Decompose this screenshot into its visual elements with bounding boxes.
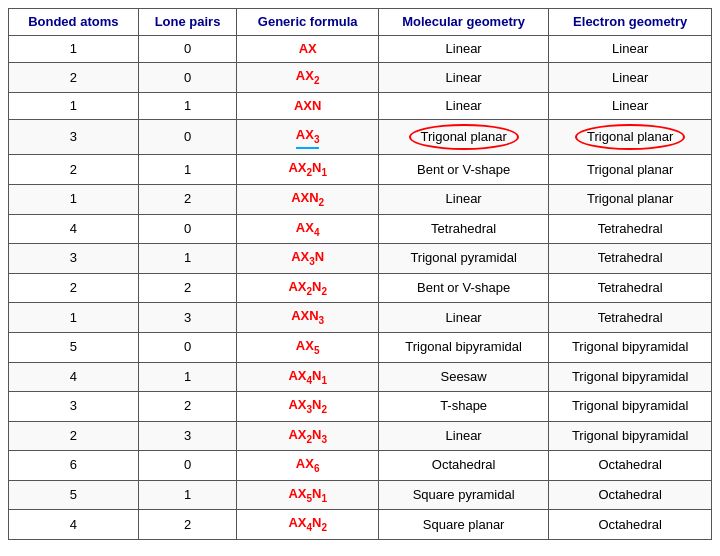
cell-formula: AX2N1 bbox=[237, 155, 378, 185]
table-row: 32AX3N2T-shapeTrigonal bipyramidal bbox=[9, 392, 712, 422]
cell-formula: AX2 bbox=[237, 63, 378, 93]
cell-bonded: 5 bbox=[9, 480, 139, 510]
cell-electron-geometry: Trigonal bipyramidal bbox=[549, 392, 712, 422]
table-row: 10AXLinearLinear bbox=[9, 36, 712, 63]
cell-molecular-geometry: Square pyramidal bbox=[378, 480, 548, 510]
cell-molecular-geometry: Octahedral bbox=[378, 451, 548, 481]
table-row: 22AX2N2Bent or V-shapeTetrahedral bbox=[9, 273, 712, 303]
cell-formula: AX5N1 bbox=[237, 480, 378, 510]
cell-formula: AX4N1 bbox=[237, 362, 378, 392]
cell-molecular-geometry: Linear bbox=[378, 184, 548, 214]
cell-formula: AX6 bbox=[237, 451, 378, 481]
cell-bonded: 4 bbox=[9, 510, 139, 540]
cell-molecular-geometry: Linear bbox=[378, 36, 548, 63]
cell-electron-geometry: Linear bbox=[549, 36, 712, 63]
table-row: 23AX2N3LinearTrigonal bipyramidal bbox=[9, 421, 712, 451]
header-row: Bonded atoms Lone pairs Generic formula … bbox=[9, 9, 712, 36]
cell-lone-pairs: 2 bbox=[138, 273, 237, 303]
cell-formula: AX3 bbox=[237, 120, 378, 155]
cell-formula: AX4N2 bbox=[237, 510, 378, 540]
cell-formula: AXN bbox=[237, 92, 378, 119]
header-lone-pairs: Lone pairs bbox=[138, 9, 237, 36]
cell-electron-geometry: Trigonal bipyramidal bbox=[549, 332, 712, 362]
cell-molecular-geometry: Trigonal planar bbox=[378, 120, 548, 155]
cell-electron-geometry: Octahedral bbox=[549, 480, 712, 510]
table-row: 40AX4TetrahedralTetrahedral bbox=[9, 214, 712, 244]
cell-bonded: 3 bbox=[9, 244, 139, 274]
table-row: 50AX5Trigonal bipyramidalTrigonal bipyra… bbox=[9, 332, 712, 362]
cell-molecular-geometry: Linear bbox=[378, 63, 548, 93]
cell-formula: AX3N bbox=[237, 244, 378, 274]
cell-lone-pairs: 0 bbox=[138, 332, 237, 362]
cell-formula: AX5 bbox=[237, 332, 378, 362]
cell-electron-geometry: Trigonal bipyramidal bbox=[549, 421, 712, 451]
cell-bonded: 1 bbox=[9, 36, 139, 63]
cell-bonded: 3 bbox=[9, 392, 139, 422]
cell-formula: AX2N3 bbox=[237, 421, 378, 451]
cell-molecular-geometry: T-shape bbox=[378, 392, 548, 422]
cell-electron-geometry: Tetrahedral bbox=[549, 273, 712, 303]
cell-formula: AX2N2 bbox=[237, 273, 378, 303]
table-row: 20AX2LinearLinear bbox=[9, 63, 712, 93]
cell-electron-geometry: Octahedral bbox=[549, 451, 712, 481]
cell-lone-pairs: 2 bbox=[138, 392, 237, 422]
table-row: 51AX5N1Square pyramidalOctahedral bbox=[9, 480, 712, 510]
header-molecular-geometry: Molecular geometry bbox=[378, 9, 548, 36]
cell-molecular-geometry: Linear bbox=[378, 421, 548, 451]
table-row: 30AX3Trigonal planarTrigonal planar bbox=[9, 120, 712, 155]
cell-bonded: 2 bbox=[9, 63, 139, 93]
cell-electron-geometry: Linear bbox=[549, 92, 712, 119]
cell-molecular-geometry: Seesaw bbox=[378, 362, 548, 392]
cell-bonded: 1 bbox=[9, 303, 139, 333]
cell-lone-pairs: 1 bbox=[138, 244, 237, 274]
cell-lone-pairs: 1 bbox=[138, 480, 237, 510]
cell-electron-geometry: Tetrahedral bbox=[549, 214, 712, 244]
cell-bonded: 2 bbox=[9, 421, 139, 451]
cell-lone-pairs: 1 bbox=[138, 92, 237, 119]
table-row: 13AXN3LinearTetrahedral bbox=[9, 303, 712, 333]
cell-bonded: 4 bbox=[9, 362, 139, 392]
cell-bonded: 2 bbox=[9, 273, 139, 303]
table-row: 12AXN2LinearTrigonal planar bbox=[9, 184, 712, 214]
cell-lone-pairs: 0 bbox=[138, 36, 237, 63]
cell-bonded: 1 bbox=[9, 92, 139, 119]
header-generic-formula: Generic formula bbox=[237, 9, 378, 36]
cell-electron-geometry: Tetrahedral bbox=[549, 244, 712, 274]
cell-lone-pairs: 0 bbox=[138, 120, 237, 155]
cell-molecular-geometry: Bent or V-shape bbox=[378, 155, 548, 185]
cell-molecular-geometry: Bent or V-shape bbox=[378, 273, 548, 303]
cell-electron-geometry: Linear bbox=[549, 63, 712, 93]
cell-molecular-geometry: Linear bbox=[378, 92, 548, 119]
cell-electron-geometry: Trigonal planar bbox=[549, 155, 712, 185]
table-row: 21AX2N1Bent or V-shapeTrigonal planar bbox=[9, 155, 712, 185]
table-row: 31AX3NTrigonal pyramidalTetrahedral bbox=[9, 244, 712, 274]
cell-lone-pairs: 1 bbox=[138, 155, 237, 185]
table-row: 11AXNLinearLinear bbox=[9, 92, 712, 119]
cell-bonded: 4 bbox=[9, 214, 139, 244]
cell-lone-pairs: 1 bbox=[138, 362, 237, 392]
cell-lone-pairs: 2 bbox=[138, 184, 237, 214]
header-electron-geometry: Electron geometry bbox=[549, 9, 712, 36]
cell-molecular-geometry: Trigonal bipyramidal bbox=[378, 332, 548, 362]
table-row: 41AX4N1SeesawTrigonal bipyramidal bbox=[9, 362, 712, 392]
cell-electron-geometry: Trigonal bipyramidal bbox=[549, 362, 712, 392]
cell-electron-geometry: Trigonal planar bbox=[549, 184, 712, 214]
cell-electron-geometry: Trigonal planar bbox=[549, 120, 712, 155]
cell-formula: AXN3 bbox=[237, 303, 378, 333]
cell-formula: AX4 bbox=[237, 214, 378, 244]
cell-lone-pairs: 2 bbox=[138, 510, 237, 540]
table-row: 42AX4N2Square planarOctahedral bbox=[9, 510, 712, 540]
cell-electron-geometry: Tetrahedral bbox=[549, 303, 712, 333]
cell-molecular-geometry: Linear bbox=[378, 303, 548, 333]
table-row: 60AX6OctahedralOctahedral bbox=[9, 451, 712, 481]
cell-lone-pairs: 0 bbox=[138, 451, 237, 481]
cell-bonded: 3 bbox=[9, 120, 139, 155]
cell-bonded: 2 bbox=[9, 155, 139, 185]
vsepr-table: Bonded atoms Lone pairs Generic formula … bbox=[8, 8, 712, 540]
cell-bonded: 1 bbox=[9, 184, 139, 214]
cell-lone-pairs: 0 bbox=[138, 214, 237, 244]
cell-formula: AX bbox=[237, 36, 378, 63]
cell-molecular-geometry: Trigonal pyramidal bbox=[378, 244, 548, 274]
cell-bonded: 5 bbox=[9, 332, 139, 362]
cell-molecular-geometry: Square planar bbox=[378, 510, 548, 540]
